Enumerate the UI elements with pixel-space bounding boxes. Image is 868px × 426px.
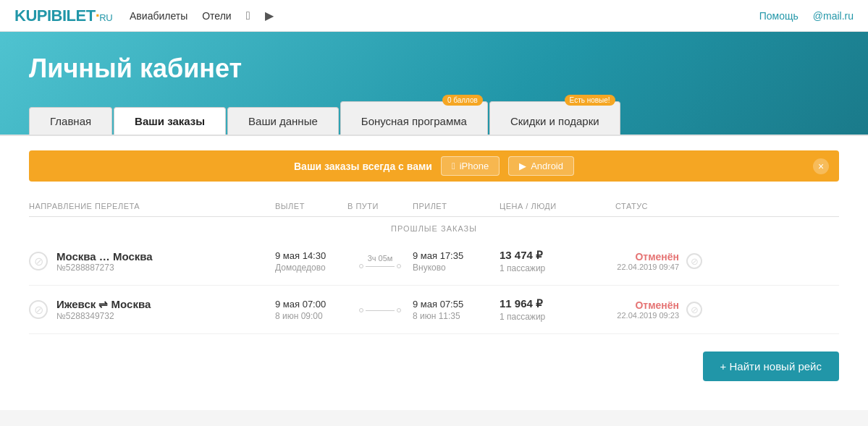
status-col-2: Отменён 22.04.2019 09:23 ⊘ bbox=[615, 299, 702, 320]
main-content: Ваши заказы всегда с вами  iPhone ▶ And… bbox=[0, 135, 868, 410]
status-info-1: Отменён 22.04.2019 09:47 bbox=[617, 251, 679, 271]
logo-text: KUPIBILET bbox=[14, 7, 96, 25]
logo[interactable]: KUPIBILET·RU bbox=[14, 7, 112, 25]
apple-icon[interactable]:  bbox=[246, 9, 250, 22]
flight-line-2 bbox=[359, 308, 401, 312]
direction-cell-1: ⊘ Москва … Москва №5288887273 bbox=[29, 250, 275, 273]
dot-left-1 bbox=[359, 264, 363, 268]
bonus-badge: 0 баллов bbox=[442, 95, 483, 106]
depart-date-1: 9 мая 14:30 bbox=[275, 250, 347, 261]
android-icon[interactable]: ▶ bbox=[265, 9, 274, 22]
status-info-2: Отменён 22.04.2019 09:23 bbox=[617, 299, 679, 320]
col-price: ЦЕНА / ЛЮДИ bbox=[500, 202, 615, 210]
price-col-1: 13 474 ₽ 1 пассажир bbox=[500, 249, 615, 273]
tabs: Главная Ваши заказы Ваши данные 0 баллов… bbox=[29, 101, 839, 135]
nav-links: Авиабилеты Отели  ▶ bbox=[130, 9, 759, 22]
top-nav: KUPIBILET·RU Авиабилеты Отели  ▶ Помощь… bbox=[0, 0, 868, 32]
tab-data[interactable]: Ваши данные bbox=[227, 107, 339, 135]
android-icon: ▶ bbox=[519, 161, 526, 171]
col-status: СТАТУС bbox=[615, 202, 702, 210]
line-1 bbox=[366, 266, 395, 267]
promo-close-button[interactable]: × bbox=[813, 158, 829, 174]
android-button[interactable]: ▶ Android bbox=[508, 156, 574, 176]
status-text-1: Отменён bbox=[617, 251, 679, 263]
arrive-airport-1: Внуково bbox=[413, 263, 500, 273]
user-link[interactable]: @mail.ru bbox=[813, 10, 854, 22]
arrive-date-1: 9 мая 17:35 bbox=[413, 250, 500, 261]
nav-right: Помощь @mail.ru bbox=[759, 10, 854, 22]
depart-date-2: 9 мая 07:00 bbox=[275, 299, 347, 310]
page-title: Личный кабинет bbox=[29, 54, 839, 84]
section-past-orders: ПРОШЛЫЕ ЗАКАЗЫ bbox=[29, 217, 839, 237]
direction-cell-2: ⊘ Ижевск ⇌ Москва №5288349732 bbox=[29, 298, 275, 321]
price-amount-2: 11 964 ₽ bbox=[500, 297, 615, 310]
arrive-col-1: 9 мая 17:35 Внуково bbox=[413, 250, 500, 273]
promo-text: Ваши заказы всегда с вами bbox=[294, 161, 432, 172]
dot-left-2 bbox=[359, 308, 363, 312]
gifts-badge: Есть новые! bbox=[565, 95, 615, 106]
help-link[interactable]: Помощь bbox=[759, 10, 799, 22]
table-row: ⊘ Ижевск ⇌ Москва №5288349732 9 мая 07:0… bbox=[29, 286, 839, 334]
duration-col-1: 3ч 05м bbox=[347, 254, 413, 268]
status-col-1: Отменён 22.04.2019 09:47 ⊘ bbox=[615, 251, 702, 271]
direction-info-1: Москва … Москва №5288887273 bbox=[56, 250, 153, 273]
duration-time-1: 3ч 05м bbox=[368, 254, 393, 263]
depart-airport-1: Домодедово bbox=[275, 263, 347, 273]
flight-line-1 bbox=[359, 264, 401, 268]
tab-gifts[interactable]: Есть новые! Скидки и подарки bbox=[489, 101, 620, 135]
price-pax-2: 1 пассажир bbox=[500, 312, 615, 322]
cancel-icon-2: ⊘ bbox=[29, 300, 48, 319]
direction-text-2: Ижевск ⇌ Москва bbox=[56, 298, 151, 311]
tab-main[interactable]: Главная bbox=[29, 107, 112, 135]
promo-bar: Ваши заказы всегда с вами  iPhone ▶ And… bbox=[29, 150, 839, 182]
col-arrive: ПРИЛЕТ bbox=[413, 202, 500, 210]
iphone-button[interactable]:  iPhone bbox=[441, 156, 500, 176]
table-row: ⊘ Москва … Москва №5288887273 9 мая 14:3… bbox=[29, 237, 839, 286]
direction-info-2: Ижевск ⇌ Москва №5288349732 bbox=[56, 298, 151, 321]
price-amount-1: 13 474 ₽ bbox=[500, 249, 615, 262]
order-number-2: №5288349732 bbox=[56, 311, 151, 321]
arrive-col-2: 9 мая 07:55 8 июн 11:35 bbox=[413, 299, 500, 321]
table-header: НАПРАВЛЕНИЕ ПЕРЕЛЕТА ВЫЛЕТ В ПУТИ ПРИЛЕТ… bbox=[29, 196, 839, 217]
dot-right-2 bbox=[397, 308, 401, 312]
col-direction: НАПРАВЛЕНИЕ ПЕРЕЛЕТА bbox=[29, 202, 275, 210]
logo-ru: RU bbox=[99, 12, 112, 23]
hero-banner: Личный кабинет Главная Ваши заказы Ваши … bbox=[0, 32, 868, 135]
depart-col-1: 9 мая 14:30 Домодедово bbox=[275, 250, 347, 273]
orders-table: НАПРАВЛЕНИЕ ПЕРЕЛЕТА ВЫЛЕТ В ПУТИ ПРИЛЕТ… bbox=[29, 196, 839, 334]
duration-col-2 bbox=[347, 307, 413, 312]
find-button-row: + Найти новый рейс bbox=[29, 352, 839, 381]
status-text-2: Отменён bbox=[617, 299, 679, 311]
iphone-label: iPhone bbox=[460, 161, 489, 171]
dot-right-1 bbox=[397, 264, 401, 268]
direction-text-1: Москва … Москва bbox=[56, 250, 153, 263]
status-date-2: 22.04.2019 09:23 bbox=[617, 311, 679, 320]
arrive-airport-2: 8 июн 11:35 bbox=[413, 311, 500, 321]
android-label: Android bbox=[531, 161, 563, 171]
depart-col-2: 9 мая 07:00 8 июн 09:00 bbox=[275, 299, 347, 321]
status-icon-2: ⊘ bbox=[686, 302, 702, 318]
tab-bonus[interactable]: 0 баллов Бонусная программа bbox=[340, 101, 488, 135]
apple-icon:  bbox=[452, 161, 455, 171]
arrive-date-2: 9 мая 07:55 bbox=[413, 299, 500, 310]
price-pax-1: 1 пассажир bbox=[500, 263, 615, 273]
price-col-2: 11 964 ₽ 1 пассажир bbox=[500, 297, 615, 322]
line-2 bbox=[366, 310, 395, 311]
col-depart: ВЫЛЕТ bbox=[275, 202, 347, 210]
nav-link-hotels[interactable]: Отели bbox=[202, 10, 231, 22]
status-icon-1: ⊘ bbox=[686, 253, 702, 269]
order-number-1: №5288887273 bbox=[56, 263, 153, 273]
cancel-icon-1: ⊘ bbox=[29, 252, 48, 270]
find-new-flight-button[interactable]: + Найти новый рейс bbox=[703, 352, 839, 381]
tab-orders[interactable]: Ваши заказы bbox=[114, 107, 226, 135]
status-date-1: 22.04.2019 09:47 bbox=[617, 263, 679, 271]
depart-airport-2: 8 июн 09:00 bbox=[275, 311, 347, 321]
col-duration: В ПУТИ bbox=[347, 202, 413, 210]
nav-link-flights[interactable]: Авиабилеты bbox=[130, 10, 187, 22]
